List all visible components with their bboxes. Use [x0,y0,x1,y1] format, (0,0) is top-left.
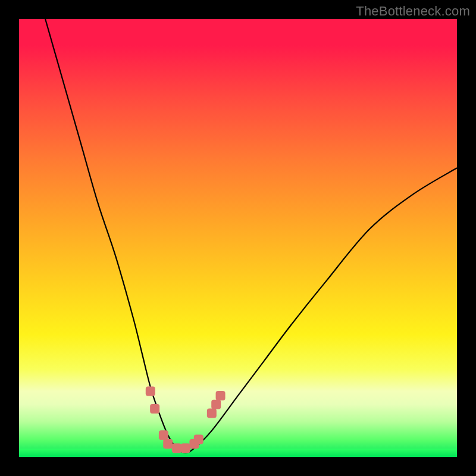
marker-point [150,404,159,414]
chart-frame: TheBottleneck.com [0,0,476,476]
marker-point [207,408,217,418]
marker-point [163,439,173,449]
watermark-text: TheBottleneck.com [356,4,470,19]
marker-point [194,435,203,444]
marker-point [211,400,221,409]
marker-point [181,443,190,453]
marker-point [146,387,155,396]
plot-area [19,19,457,457]
marker-point [159,430,168,440]
curve-layer [19,19,457,457]
marker-group [146,387,226,453]
marker-point [216,391,226,400]
bottleneck-curve-path [45,19,457,453]
marker-point [172,443,181,453]
